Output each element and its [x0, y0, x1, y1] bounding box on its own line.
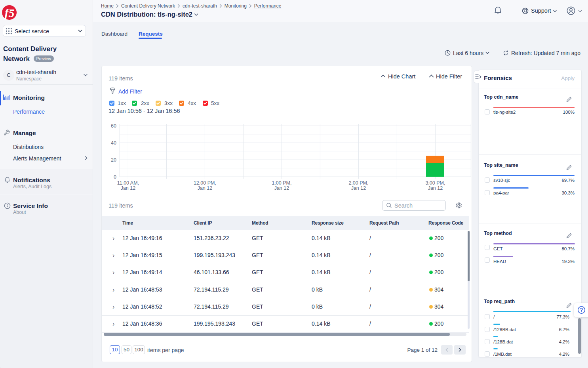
svg-text:11:00 AM,: 11:00 AM,	[117, 180, 139, 186]
svg-text:12:00 PM,: 12:00 PM,	[194, 180, 216, 186]
svg-text:f5: f5	[5, 6, 15, 19]
svg-text:0: 0	[114, 174, 116, 180]
svg-text:Jan 12: Jan 12	[351, 185, 366, 191]
svg-text:60: 60	[111, 123, 116, 129]
svg-text:Jan 12: Jan 12	[121, 185, 136, 191]
svg-text:20: 20	[111, 157, 116, 163]
svg-text:1:00 PM,: 1:00 PM,	[272, 180, 291, 186]
svg-text:Jan 12: Jan 12	[274, 185, 289, 191]
svg-text:Jan 12: Jan 12	[428, 185, 443, 191]
svg-text:40: 40	[111, 140, 116, 146]
svg-text:2:00 PM,: 2:00 PM,	[348, 180, 368, 186]
svg-text:3:00 PM,: 3:00 PM,	[425, 180, 445, 186]
svg-text:Jan 12: Jan 12	[198, 185, 213, 191]
